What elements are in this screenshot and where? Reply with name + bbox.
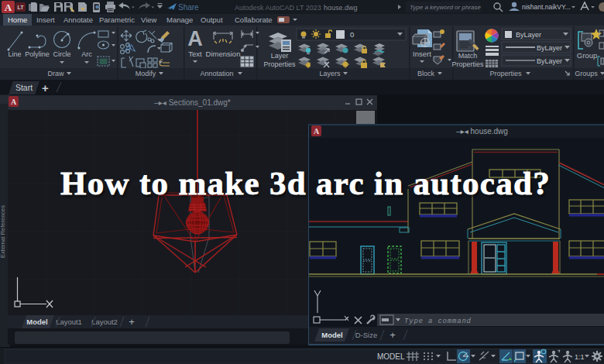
- svg-text:ByLayer: ByLayer: [537, 57, 562, 65]
- svg-text:1:1: 1:1: [575, 353, 585, 361]
- svg-text:Type a command: Type a command: [404, 318, 472, 325]
- svg-text:Arc: Arc: [81, 50, 92, 58]
- svg-text:Match: Match: [458, 52, 478, 60]
- svg-text:Layer: Layer: [271, 52, 289, 60]
- svg-text:D-Size: D-Size: [355, 331, 378, 339]
- svg-text:Properties: Properties: [489, 70, 522, 77]
- svg-text:Type a keyword or phrase: Type a keyword or phrase: [410, 4, 481, 11]
- svg-text:+: +: [390, 329, 396, 341]
- svg-text:MODEL: MODEL: [377, 352, 405, 361]
- svg-text:A: A: [11, 98, 17, 106]
- svg-text:Layout2: Layout2: [91, 318, 118, 326]
- svg-text:Line: Line: [8, 50, 21, 58]
- svg-text:Autodesk AutoCAD LT 2023: Autodesk AutoCAD LT 2023: [235, 4, 321, 12]
- svg-text:Dimension: Dimension: [206, 50, 241, 58]
- svg-text:Layout1: Layout1: [56, 318, 82, 326]
- svg-text:A: A: [314, 127, 320, 136]
- svg-text:house.dwg: house.dwg: [324, 4, 358, 12]
- svg-text:Modify: Modify: [136, 70, 156, 77]
- svg-text:LT: LT: [17, 5, 24, 10]
- svg-text:Polyline: Polyline: [25, 50, 50, 58]
- svg-text:Insert: Insert: [413, 50, 431, 58]
- svg-text:ByLayer: ByLayer: [516, 31, 541, 39]
- svg-text:Model: Model: [26, 318, 47, 326]
- svg-text:ByLayer: ByLayer: [537, 44, 562, 52]
- svg-text:Annotation: Annotation: [200, 70, 233, 77]
- svg-text:Group: Group: [577, 51, 597, 60]
- svg-text:Groups: Groups: [575, 70, 598, 77]
- svg-text:Properties: Properties: [451, 60, 484, 68]
- svg-text:Layers: Layers: [319, 70, 341, 77]
- svg-text:Properties: Properties: [263, 60, 296, 68]
- svg-text:0: 0: [350, 30, 354, 39]
- svg-text:A: A: [5, 2, 12, 13]
- svg-text:Share: Share: [178, 3, 199, 12]
- svg-text:Text: Text: [188, 50, 202, 58]
- svg-text:Block: Block: [417, 70, 435, 77]
- svg-text:nishant.naikVY...: nishant.naikVY...: [522, 3, 571, 11]
- svg-text:Model: Model: [321, 331, 342, 339]
- svg-text:+: +: [129, 316, 135, 328]
- svg-text:Draw: Draw: [47, 70, 64, 77]
- svg-text:Circle: Circle: [53, 50, 70, 58]
- svg-text:A: A: [187, 27, 203, 50]
